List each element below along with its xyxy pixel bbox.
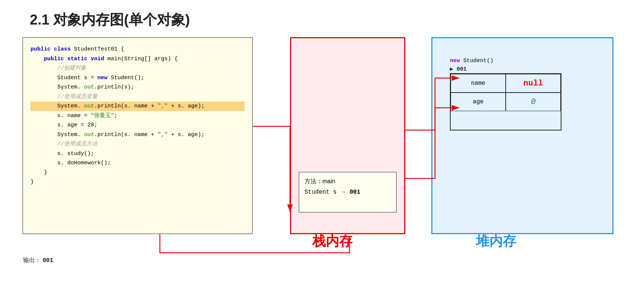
code-to-stack-arrow xyxy=(253,126,290,212)
code-line-2: public static void main(String[] args) { xyxy=(30,54,245,64)
object-box: new Student() ▶ 001 name null age 0 xyxy=(446,58,573,130)
code-line-9: s. age = 28; xyxy=(30,120,245,130)
page-title: 2.1 对象内存图(单个对象) xyxy=(30,10,190,29)
code-line-6: //使用成员变量 xyxy=(30,92,245,102)
code-line-4: Student s = new Student(); xyxy=(30,73,245,83)
frame-var-label: Student s → 001 xyxy=(305,187,391,198)
output-line: 输出： 001 xyxy=(23,256,53,264)
name-label-cell: name xyxy=(451,74,506,93)
frame-method-label: 方法：main xyxy=(305,176,391,187)
code-line-5: System. out.println(s); xyxy=(30,83,245,92)
code-line-15: } xyxy=(30,177,245,187)
stack-memory-box: 方法：main Student s → 001 xyxy=(290,37,405,234)
name-value-cell: null xyxy=(506,74,561,93)
code-line-7: System. out.println(s. name + "," + s. a… xyxy=(30,101,245,111)
code-line-11: //使用成员方法 xyxy=(30,139,245,149)
code-line-8: s. name = "张曼玉"; xyxy=(30,111,245,121)
heap-label: 堆内存 xyxy=(476,232,516,251)
code-line-13: s. doHomework(); xyxy=(30,158,245,168)
code-line-12: s. study(); xyxy=(30,149,245,159)
age-label-cell: age xyxy=(451,93,506,111)
age-value-cell: 0 xyxy=(506,93,561,111)
code-line-3: //创建对象 xyxy=(30,64,245,73)
code-line-1: public class StudentTest01 { xyxy=(30,45,245,54)
object-grid: name null age 0 xyxy=(450,73,561,130)
stack-frame: 方法：main Student s → 001 xyxy=(299,172,397,213)
new-student-label: new Student() xyxy=(446,58,573,64)
output-label: 输出： xyxy=(23,257,41,263)
output-value: 001 xyxy=(42,257,53,264)
code-block: public class StudentTest01 { public stat… xyxy=(22,37,253,234)
stack-label: 栈内存 xyxy=(312,232,352,251)
code-line-10: System. out.println(s. name + "," + s. a… xyxy=(30,130,245,140)
code-line-14: } xyxy=(30,168,245,178)
